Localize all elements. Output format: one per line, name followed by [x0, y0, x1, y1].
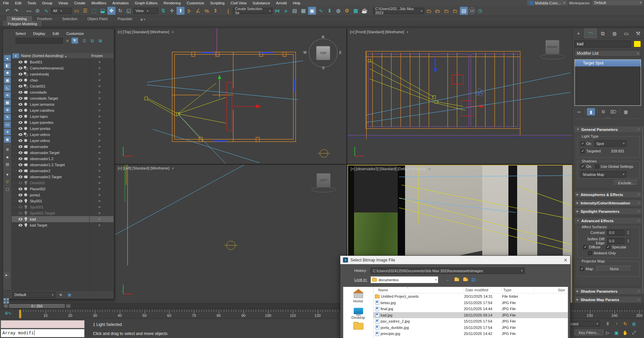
targeted-checkbox[interactable] — [581, 149, 585, 153]
window-crossing-toggle[interactable]: ⬓ — [99, 7, 107, 15]
scene-object-row[interactable]: Layer:lajes ✻ — [12, 113, 113, 119]
visibility-eye-icon[interactable] — [18, 151, 22, 154]
explorer-column-header[interactable]: ● Name (Sorted Ascending) ▲ Frozen — [12, 53, 113, 59]
menu-item[interactable]: Views — [55, 0, 71, 6]
scene-object-row[interactable]: Box001 ✻ — [12, 59, 113, 65]
visibility-eye-icon[interactable] — [18, 139, 22, 142]
lookin-dropdown[interactable]: documentos ▾ — [370, 276, 438, 283]
filter-visibility-icon[interactable]: ◉ — [4, 136, 11, 143]
history-dropdown[interactable]: C:\Users\20241259\Documents\3ds Max 2023… — [370, 268, 525, 274]
filter-geometry-icon[interactable]: ● — [4, 55, 11, 61]
explorer-menu-item[interactable]: Select — [12, 31, 29, 36]
frozen-cell[interactable]: ✻ — [90, 61, 113, 64]
scene-object-row[interactable]: chao ✻ — [12, 77, 113, 83]
visibility-eye-icon[interactable] — [18, 85, 22, 88]
visibility-eye-icon[interactable] — [18, 91, 22, 94]
create-new-folder-button[interactable]: + — [462, 276, 469, 283]
menu-item[interactable]: File — [0, 0, 12, 6]
explorer-menu-item[interactable]: Display — [30, 31, 48, 36]
viewport-left-label[interactable]: [+] [Left] [Standard] [Wireframe]▼ — [118, 166, 175, 170]
hierarchy-tab-icon[interactable]: ⧉ — [597, 29, 608, 38]
menu-item[interactable]: Graph Editors — [132, 0, 161, 6]
frozen-cell[interactable]: ✻ — [90, 67, 113, 70]
filter-containers-icon[interactable]: ▭ — [4, 122, 11, 128]
spinner-snap-toggle[interactable]: ⇕ — [211, 7, 219, 15]
frozen-cell[interactable]: ✻ — [90, 139, 113, 142]
rectangular-selection-region-button[interactable]: ⬚ — [90, 7, 98, 15]
scene-object-row[interactable]: Spot001.Target ✻ — [12, 210, 113, 216]
toggle-ribbon-button[interactable]: ▣ — [308, 7, 316, 15]
frozen-column-header[interactable]: Frozen — [90, 54, 113, 58]
ribbon-tab-object-paint[interactable]: Object Paint — [83, 16, 112, 21]
scene-object-row[interactable]: Camcminhocamera1 ✻ — [12, 65, 113, 71]
viewport-filter-icon[interactable]: ▼ — [406, 31, 409, 34]
frozen-cell[interactable]: ✻ — [90, 194, 113, 197]
collapse-hierarchy-icon[interactable]: ⊞ — [97, 38, 104, 44]
scene-object-row[interactable]: observador1.2.Target ✻ — [12, 162, 113, 168]
compass-north[interactable]: N — [322, 35, 324, 39]
projector-map-checkbox[interactable] — [580, 267, 584, 271]
filter-bones-icon[interactable]: ✎ — [4, 114, 11, 120]
set-keys-icon[interactable]: ⇕ — [604, 321, 611, 327]
menu-item[interactable]: Modifiers — [88, 0, 109, 6]
toggle-layer-explorer-button[interactable]: ▦ — [299, 7, 307, 15]
visibility-eye-icon[interactable] — [18, 194, 22, 196]
select-and-move-button[interactable]: ✥ — [107, 7, 115, 15]
clear-search-icon[interactable]: ✕ — [64, 38, 71, 44]
frozen-cell[interactable]: ✻ — [90, 103, 113, 106]
soften-diff-edge-field[interactable]: 0.0 — [607, 238, 625, 244]
scene-object-row[interactable]: observador ✻ — [12, 144, 113, 150]
ribbon-tab-selection[interactable]: Selection — [57, 16, 82, 21]
schematic-view-button[interactable]: ⬇ — [326, 7, 334, 15]
previous-frame-button[interactable]: < — [4, 304, 8, 308]
scene-object-row[interactable]: Layer:vidros ✻ — [12, 138, 113, 144]
visibility-eye-icon[interactable] — [18, 212, 22, 214]
toggle-scene-explorer-button[interactable]: ▤ — [291, 7, 299, 15]
menu-item[interactable]: Substance — [250, 0, 273, 6]
shadow-type-dropdown[interactable]: Shadow Map▾ — [581, 171, 626, 178]
menu-item[interactable]: Group — [39, 0, 55, 6]
current-frame-marker[interactable] — [19, 309, 21, 319]
next-frame-button[interactable]: > — [66, 304, 70, 308]
visibility-eye-icon[interactable] — [18, 121, 22, 124]
advanced-filter-icon[interactable]: ▼ — [4, 171, 11, 178]
viewport-filter-icon[interactable]: ▼ — [171, 167, 175, 170]
contrast-spinner[interactable]: ▲▼ — [626, 230, 630, 236]
filter-helpers-icon[interactable]: ◺ — [4, 85, 11, 91]
visibility-eye-icon[interactable] — [18, 157, 22, 160]
display-column-icon[interactable]: ● — [12, 53, 19, 58]
pan-view-icon[interactable]: ✋ — [622, 330, 629, 336]
time-slider-handle[interactable]: 0 / 250 — [9, 304, 65, 308]
named-selection-set-dropdown[interactable]: Create Selection Se▾ — [233, 8, 273, 14]
explorer-sync-icon[interactable]: ▦ — [66, 292, 73, 298]
scene-object-row[interactable]: Omni002 ✻ — [12, 180, 113, 186]
frozen-cell[interactable]: ✻ — [90, 79, 113, 82]
frame-badge[interactable]: 13 — [468, 7, 475, 14]
menu-item[interactable]: Scripting — [207, 0, 228, 6]
curve-editor-button[interactable]: ∿ — [317, 7, 325, 15]
scene-object-row[interactable]: observador1.2 ✻ — [12, 156, 113, 162]
frozen-cell[interactable]: ✻ — [90, 127, 113, 130]
select-object-button[interactable]: ▭ — [72, 7, 81, 15]
utilities-tab-icon[interactable]: ⚒ — [632, 29, 644, 38]
viewcube-left[interactable]: LEFT — [316, 173, 331, 187]
pin-stack-icon[interactable]: ⊸ — [575, 108, 583, 115]
up-one-level-button[interactable]: ↰ — [453, 276, 460, 283]
view-list-icon[interactable]: ≣ — [4, 146, 11, 153]
reference-coordinate-dropdown[interactable]: View▾ — [134, 8, 158, 14]
panel-scrollbar[interactable] — [642, 126, 643, 294]
scene-object-row[interactable]: Layer:vidros ✻ — [12, 132, 113, 138]
visibility-eye-icon[interactable] — [18, 103, 22, 106]
maxscript-listener-input[interactable]: Array modifi — [1, 329, 85, 337]
render-production-button[interactable]: ☕ — [360, 7, 368, 15]
desktop-label[interactable]: Desktop — [351, 316, 365, 320]
remove-modifier-icon[interactable]: ⌦ — [609, 108, 617, 115]
visibility-eye-icon[interactable] — [18, 115, 22, 118]
scene-object-row[interactable]: kad.Target ✻ — [12, 222, 113, 228]
unlink-selection-icon[interactable]: ⊘ — [34, 7, 42, 15]
visibility-eye-icon[interactable] — [18, 109, 22, 112]
file-row[interactable]: principio.jpg 20/11/2025 14:42 JPG File — [374, 331, 568, 337]
viewport-top-label[interactable]: [+] [Top] [Standard] [Wireframe]▼ — [118, 30, 174, 34]
visibility-eye-icon[interactable] — [18, 61, 22, 63]
set-key-icon[interactable]: ↻ — [622, 321, 629, 327]
